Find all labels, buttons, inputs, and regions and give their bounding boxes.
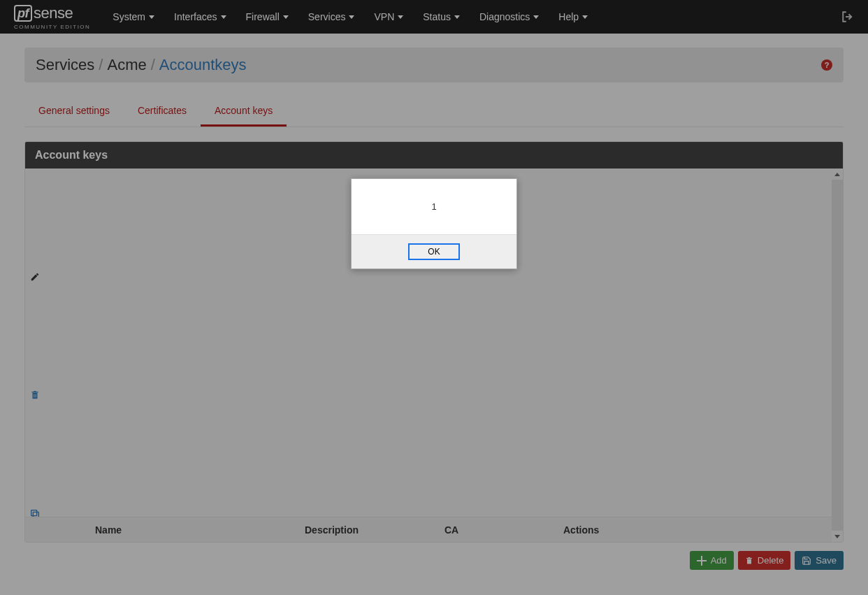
dialog-footer: OK bbox=[352, 234, 516, 268]
modal-overlay: 1 OK bbox=[0, 0, 868, 595]
dialog-message: 1 bbox=[352, 179, 516, 234]
ok-button[interactable]: OK bbox=[408, 243, 460, 260]
alert-dialog: 1 OK bbox=[351, 178, 517, 269]
